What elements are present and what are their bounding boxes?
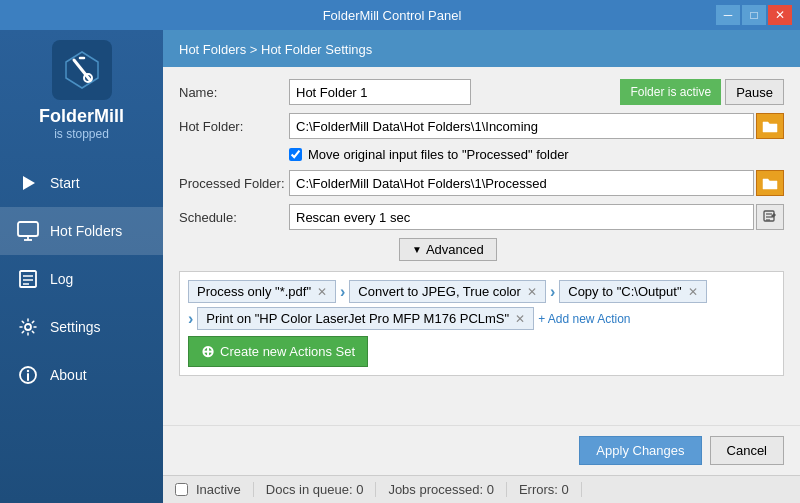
logo-area: FolderMill is stopped bbox=[39, 40, 124, 141]
logo-icon bbox=[52, 40, 112, 100]
content-body: Name: Folder is active Pause Hot Folder: bbox=[163, 67, 800, 425]
about-label: About bbox=[50, 367, 87, 383]
schedule-row: Schedule: bbox=[179, 204, 784, 230]
chevron-down-icon: ▼ bbox=[412, 244, 422, 255]
processed-folder-browse-button[interactable] bbox=[756, 170, 784, 196]
apply-changes-button[interactable]: Apply Changes bbox=[579, 436, 701, 465]
sidebar: FolderMill is stopped Start bbox=[0, 30, 163, 503]
svg-point-12 bbox=[25, 324, 31, 330]
plus-circle-icon: ⊕ bbox=[201, 342, 214, 361]
action-chip-1[interactable]: Process only "*.pdf" ✕ bbox=[188, 280, 336, 303]
move-checkbox[interactable] bbox=[289, 148, 302, 161]
svg-point-15 bbox=[27, 370, 29, 372]
sidebar-item-settings[interactable]: Settings bbox=[0, 303, 163, 351]
settings-label: Settings bbox=[50, 319, 101, 335]
action-chip-1-close[interactable]: ✕ bbox=[317, 285, 327, 299]
sidebar-item-hot-folders[interactable]: Hot Folders bbox=[0, 207, 163, 255]
hot-folder-row: Hot Folder: bbox=[179, 113, 784, 139]
action-chip-2-close[interactable]: ✕ bbox=[527, 285, 537, 299]
window-title: FolderMill Control Panel bbox=[68, 8, 716, 23]
log-label: Log bbox=[50, 271, 73, 287]
advanced-row: ▼ Advanced bbox=[289, 238, 784, 261]
hot-folders-label: Hot Folders bbox=[50, 223, 122, 239]
content-header: Hot Folders > Hot Folder Settings bbox=[163, 30, 800, 67]
actions-row-1: Process only "*.pdf" ✕ › Convert to JPEG… bbox=[188, 280, 775, 303]
action-chip-2-label: Convert to JPEG, True color bbox=[358, 284, 521, 299]
title-bar: FolderMill Control Panel ─ □ ✕ bbox=[0, 0, 800, 30]
status-docs-in-queue: Docs in queue: 0 bbox=[254, 482, 377, 497]
status-jobs-processed: Jobs processed: 0 bbox=[376, 482, 507, 497]
status-inactive: Inactive bbox=[171, 482, 254, 497]
close-button[interactable]: ✕ bbox=[768, 5, 792, 25]
status-errors: Errors: 0 bbox=[507, 482, 582, 497]
edit-icon bbox=[763, 210, 777, 224]
action-chip-4-label: Print on "HP Color LaserJet Pro MFP M176… bbox=[206, 311, 509, 326]
sidebar-item-start[interactable]: Start bbox=[0, 159, 163, 207]
logo-status: is stopped bbox=[54, 127, 109, 141]
action-chip-1-label: Process only "*.pdf" bbox=[197, 284, 311, 299]
app-body: FolderMill is stopped Start bbox=[0, 30, 800, 503]
name-label: Name: bbox=[179, 85, 289, 100]
move-checkbox-label: Move original input files to "Processed"… bbox=[308, 147, 569, 162]
sidebar-nav: Start Hot Folders bbox=[0, 159, 163, 399]
arrow-right-2: › bbox=[550, 283, 555, 301]
list-icon bbox=[16, 267, 40, 291]
info-icon bbox=[16, 363, 40, 387]
inactive-checkbox[interactable] bbox=[175, 483, 188, 496]
name-input[interactable] bbox=[289, 79, 471, 105]
action-chip-4[interactable]: Print on "HP Color LaserJet Pro MFP M176… bbox=[197, 307, 534, 330]
schedule-input[interactable] bbox=[289, 204, 754, 230]
hot-folder-label: Hot Folder: bbox=[179, 119, 289, 134]
action-chip-4-close[interactable]: ✕ bbox=[515, 312, 525, 326]
pause-button[interactable]: Pause bbox=[725, 79, 784, 105]
schedule-label: Schedule: bbox=[179, 210, 289, 225]
create-actions-set-button[interactable]: ⊕ Create new Actions Set bbox=[188, 336, 368, 367]
window-controls: ─ □ ✕ bbox=[716, 5, 792, 25]
hot-folder-input[interactable] bbox=[289, 113, 754, 139]
breadcrumb: Hot Folders > Hot Folder Settings bbox=[179, 42, 372, 57]
sidebar-item-about[interactable]: About bbox=[0, 351, 163, 399]
action-chip-3[interactable]: Copy to "C:\Output" ✕ bbox=[559, 280, 706, 303]
sidebar-item-log[interactable]: Log bbox=[0, 255, 163, 303]
minimize-button[interactable]: ─ bbox=[716, 5, 740, 25]
content-footer: Apply Changes Cancel bbox=[163, 425, 800, 475]
logo-svg bbox=[60, 48, 104, 92]
folder-is-active-badge: Folder is active bbox=[620, 79, 721, 105]
action-chip-3-close[interactable]: ✕ bbox=[688, 285, 698, 299]
arrow-right-3: › bbox=[188, 310, 193, 328]
processed-folder-row: Processed Folder: bbox=[179, 170, 784, 196]
svg-rect-5 bbox=[18, 222, 38, 236]
schedule-edit-button[interactable] bbox=[756, 204, 784, 230]
logo-text: FolderMill bbox=[39, 106, 124, 127]
name-row: Name: Folder is active Pause bbox=[179, 79, 784, 105]
status-bar: Inactive Docs in queue: 0 Jobs processed… bbox=[163, 475, 800, 503]
play-icon bbox=[16, 171, 40, 195]
hot-folder-browse-button[interactable] bbox=[756, 113, 784, 139]
actions-row-2: › Print on "HP Color LaserJet Pro MFP M1… bbox=[188, 307, 775, 330]
gear-icon bbox=[16, 315, 40, 339]
advanced-button[interactable]: ▼ Advanced bbox=[399, 238, 497, 261]
actions-area: Process only "*.pdf" ✕ › Convert to JPEG… bbox=[179, 271, 784, 376]
start-label: Start bbox=[50, 175, 80, 191]
arrow-right-1: › bbox=[340, 283, 345, 301]
processed-folder-input[interactable] bbox=[289, 170, 754, 196]
action-chip-3-label: Copy to "C:\Output" bbox=[568, 284, 681, 299]
tv-icon bbox=[16, 219, 40, 243]
folder-open-icon bbox=[762, 119, 778, 133]
svg-marker-4 bbox=[23, 176, 35, 190]
add-action-button[interactable]: + Add new Action bbox=[538, 312, 630, 326]
folder-open-icon-2 bbox=[762, 176, 778, 190]
content-area: Hot Folders > Hot Folder Settings Name: … bbox=[163, 30, 800, 503]
action-chip-2[interactable]: Convert to JPEG, True color ✕ bbox=[349, 280, 546, 303]
move-checkbox-row: Move original input files to "Processed"… bbox=[289, 147, 784, 162]
maximize-button[interactable]: □ bbox=[742, 5, 766, 25]
processed-folder-label: Processed Folder: bbox=[179, 176, 289, 191]
cancel-button[interactable]: Cancel bbox=[710, 436, 784, 465]
